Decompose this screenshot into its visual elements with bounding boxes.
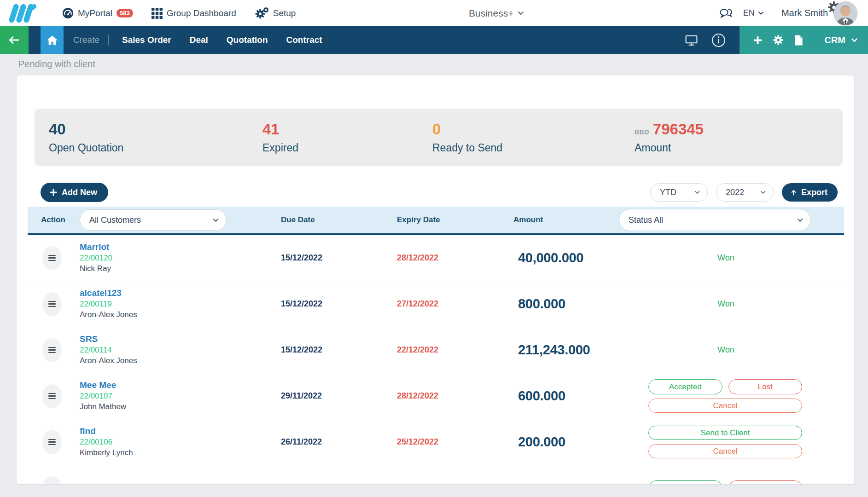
business-selector-value: Business+ xyxy=(469,8,513,19)
top-nav-group-dashboard[interactable]: Group Dashboard xyxy=(151,8,236,19)
file-icon xyxy=(794,35,804,46)
top-nav-setup[interactable]: Setup xyxy=(255,7,296,19)
user-name[interactable]: Mark Smith xyxy=(781,8,828,18)
info-button[interactable] xyxy=(705,26,732,54)
top-nav-label: MyPortal xyxy=(78,8,112,18)
chat-icon[interactable] xyxy=(719,7,733,19)
stat-ready-to-send: 0 Ready to Send xyxy=(418,121,620,154)
status-button-accepted[interactable]: Accepted xyxy=(648,379,722,394)
quotation-number[interactable]: 22/00120 xyxy=(80,253,239,264)
quotations-table: Action All Customers Due Date Expiry Dat… xyxy=(28,207,844,484)
plus-icon xyxy=(50,189,57,196)
customer-link[interactable]: Mee Mee xyxy=(80,380,116,391)
cell-customer: find22/00106Kimberly Lynch xyxy=(69,426,239,458)
customer-filter-value: All Customers xyxy=(89,215,141,225)
row-menu-button[interactable] xyxy=(42,246,62,270)
hamburger-icon-bar xyxy=(48,303,56,305)
stats-bar: 40 Open Quotation 41 Expired 0 Ready to … xyxy=(35,109,843,166)
year-select[interactable]: 2022 xyxy=(716,183,774,202)
nav-item-sales-order[interactable]: Sales Order xyxy=(116,35,178,45)
cell-expiry-date: 28/12/2022 xyxy=(355,253,470,263)
customer-link[interactable]: find xyxy=(80,426,96,437)
settings-button[interactable] xyxy=(768,26,789,54)
document-button[interactable] xyxy=(789,26,809,54)
cell-customer: Mee Mee22/00107John Mathew xyxy=(69,380,239,412)
quotation-number[interactable]: 22/00119 xyxy=(80,299,239,310)
customer-link[interactable]: STC Saudi xyxy=(80,482,123,484)
module-selector[interactable]: CRM xyxy=(824,35,858,46)
arrow-up-icon xyxy=(790,189,797,196)
table-row: Mee Mee22/00107John Mathew29/11/202228/1… xyxy=(28,373,844,419)
app-screen: MyPortal 583 Group Dashboard xyxy=(0,0,868,497)
hamburger-icon-bar xyxy=(48,441,56,443)
row-menu-button[interactable] xyxy=(42,430,62,454)
customer-link[interactable]: Marriot xyxy=(80,242,109,253)
nav-item-quotation[interactable]: Quotation xyxy=(220,35,274,45)
business-selector[interactable]: Business+ xyxy=(469,0,524,26)
cell-amount: 800.000 xyxy=(470,296,608,312)
cell-status: Won xyxy=(608,299,844,309)
row-menu-button[interactable] xyxy=(42,476,62,485)
cell-due-date: 15/12/2022 xyxy=(239,299,355,309)
column-header-action: Action xyxy=(28,215,69,225)
cell-due-date: 26/11/2022 xyxy=(239,437,355,447)
stat-label: Open Quotation xyxy=(49,142,248,154)
chevron-down-icon xyxy=(694,191,700,194)
user-avatar[interactable] xyxy=(833,1,857,25)
row-menu-button[interactable] xyxy=(42,338,62,362)
cell-status: Won xyxy=(608,345,844,355)
add-new-label: Add New xyxy=(62,188,97,197)
hamburger-icon-bar xyxy=(48,398,56,399)
status-button-send-to-client[interactable]: Send to Client xyxy=(648,426,802,440)
cell-due-date: 29/11/2022 xyxy=(239,391,355,401)
gear-icon xyxy=(773,35,784,46)
quick-add-button[interactable] xyxy=(748,26,768,54)
back-button[interactable] xyxy=(0,26,29,54)
period-select[interactable]: YTD xyxy=(650,183,708,202)
cell-customer: SRS22/00114Aron-Alex Jones xyxy=(69,334,239,366)
home-button[interactable] xyxy=(41,26,64,54)
quotations-card: 40 Open Quotation 41 Expired 0 Ready to … xyxy=(17,75,854,484)
table-body: Marriot22/00120Nick Ray15/12/202228/12/2… xyxy=(28,235,844,484)
language-value: EN xyxy=(743,8,755,18)
hamburger-icon-bar xyxy=(48,352,56,353)
export-button[interactable]: Export xyxy=(782,183,838,202)
quotation-number[interactable]: 22/00114 xyxy=(80,345,239,356)
status-button-lost[interactable]: Lost xyxy=(728,480,803,484)
chevron-down-icon xyxy=(518,11,524,15)
status-action-row: Cancel xyxy=(648,444,802,458)
status-badge: Won xyxy=(608,253,844,263)
status-button-cancel[interactable]: Cancel xyxy=(648,444,802,458)
notification-count-badge: 583 xyxy=(117,9,133,18)
module-nav-bar: Create Sales Order Deal Quotation Contra… xyxy=(0,26,868,54)
status-button-lost[interactable]: Lost xyxy=(728,379,803,394)
year-value: 2022 xyxy=(726,188,744,197)
cell-status: AcceptedLost xyxy=(608,480,844,484)
status-button-cancel[interactable]: Cancel xyxy=(648,399,802,413)
quotation-number[interactable]: 22/00106 xyxy=(80,437,239,448)
nav-item-deal[interactable]: Deal xyxy=(183,35,215,45)
stat-value: 41 xyxy=(262,121,418,138)
screen-view-button[interactable] xyxy=(678,26,705,54)
customer-link[interactable]: alcatel123 xyxy=(80,288,122,299)
nav-item-contract[interactable]: Contract xyxy=(280,35,329,45)
status-button-accepted[interactable]: Accepted xyxy=(648,480,722,484)
cell-status: AcceptedLostCancel xyxy=(608,379,844,413)
nav-right-controls: CRM xyxy=(678,26,868,54)
row-menu-button[interactable] xyxy=(42,384,62,408)
status-filter-select[interactable]: Status All xyxy=(619,209,811,231)
logo-w-icon xyxy=(8,3,38,24)
top-nav-myportal[interactable]: MyPortal 583 xyxy=(62,7,133,19)
add-new-button[interactable]: Add New xyxy=(41,183,108,202)
cell-action xyxy=(28,430,69,454)
module-value: CRM xyxy=(824,35,845,46)
hamburger-icon-bar xyxy=(48,439,56,440)
customer-filter-select[interactable]: All Customers xyxy=(80,209,227,231)
status-badge: Won xyxy=(608,345,844,355)
quotation-number[interactable]: 22/00107 xyxy=(80,391,239,402)
company-logo[interactable] xyxy=(8,3,38,24)
language-selector[interactable]: EN xyxy=(743,8,764,18)
status-actions: AcceptedLost xyxy=(648,480,802,484)
row-menu-button[interactable] xyxy=(42,292,62,316)
customer-link[interactable]: SRS xyxy=(80,334,98,345)
